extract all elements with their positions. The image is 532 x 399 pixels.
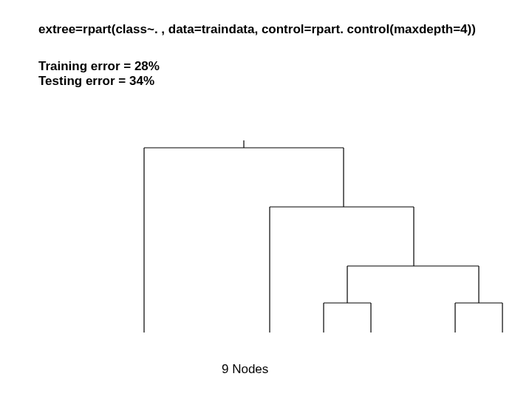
dendrogram-tree: [0, 0, 532, 399]
node-count-caption: 9 Nodes: [222, 362, 268, 377]
